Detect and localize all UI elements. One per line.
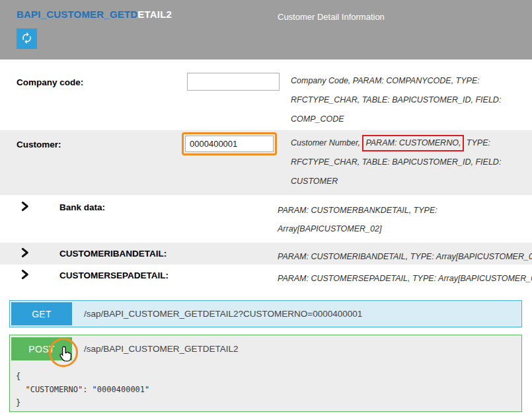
page-title: BAPI_CUSTOMER_GETDETAIL2 [17, 9, 172, 20]
title-highlight: ETAIL2 [137, 9, 172, 20]
field-row-company-code: Company code: Company Code, PARAM: COMPA… [0, 68, 532, 130]
chevron-right-icon[interactable] [20, 201, 30, 212]
expand-row-customersepadetail: CUSTOMERSEPADETAIL: PARAM: CUSTOMERSEPAD… [0, 265, 532, 288]
post-request-panel: POST /sap/BAPI_CUSTOMER_GETDETAIL2 { "CU… [9, 335, 522, 412]
customersepadetail-description: PARAM: CUSTOMERSEPADETAIL, TYPE: Array[B… [278, 274, 532, 283]
company-code-label: Company code: [17, 77, 83, 87]
field-row-customer: Customer: Customer Number, PARAM: CUSTOM… [0, 130, 532, 195]
customer-description-highlight: PARAM: CUSTOMERNO, [365, 138, 461, 147]
get-request-panel: GET /sap/BAPI_CUSTOMER_GETDETAIL2?CUSTOM… [9, 300, 522, 327]
post-request-path: /sap/BAPI_CUSTOMER_GETDETAIL2 [84, 344, 239, 354]
get-button[interactable]: GET [11, 302, 72, 325]
customer-description: Customer Number, PARAM: CUSTOMERNO, TYPE… [291, 134, 510, 191]
chevron-right-icon[interactable] [20, 269, 30, 280]
expand-row-customeribandetail: CUSTOMERIBANDETAIL: PARAM: CUSTOMERIBAND… [0, 243, 532, 265]
bank-data-label: Bank data: [59, 202, 105, 212]
title-primary: BAPI_CUSTOMER_GETD [17, 9, 137, 20]
customeribandetail-label: CUSTOMERIBANDETAIL: [59, 249, 167, 259]
app-window: BAPI_CUSTOMER_GETDETAIL2 Customer Detail… [0, 0, 532, 414]
header: BAPI_CUSTOMER_GETDETAIL2 Customer Detail… [0, 0, 532, 60]
expand-row-bank-data: Bank data: PARAM: CUSTOMERBANKDETAIL, TY… [0, 195, 532, 243]
page-subtitle: Customer Detail Information [278, 12, 385, 22]
customer-input[interactable] [185, 136, 274, 152]
post-button[interactable]: POST [11, 337, 72, 360]
refresh-button[interactable] [17, 28, 37, 49]
form-area: Company code: Company Code, PARAM: COMPA… [0, 60, 532, 412]
bank-data-description: PARAM: CUSTOMERBANKDETAIL, TYPE: Array[B… [278, 201, 508, 238]
get-request-path: /sap/BAPI_CUSTOMER_GETDETAIL2?CUSTOMERNO… [84, 309, 362, 319]
customer-description-prefix: Customer Number, [291, 138, 362, 147]
annotation-red-box: PARAM: CUSTOMERNO, [362, 135, 464, 151]
customersepadetail-label: CUSTOMERSEPADETAIL: [59, 270, 169, 280]
refresh-icon [20, 32, 33, 46]
company-code-input[interactable] [187, 73, 280, 91]
customeribandetail-description: PARAM: CUSTOMERIBANDETAIL, TYPE: Array[B… [278, 252, 532, 261]
chevron-right-icon[interactable] [20, 247, 30, 258]
customer-label: Customer: [17, 140, 61, 149]
annotation-orange-box [182, 132, 277, 155]
post-request-body: { "CUSTOMERNO": "0000400001" } [16, 370, 520, 409]
company-code-description: Company Code, PARAM: COMPANYCODE, TYPE: … [291, 71, 510, 129]
